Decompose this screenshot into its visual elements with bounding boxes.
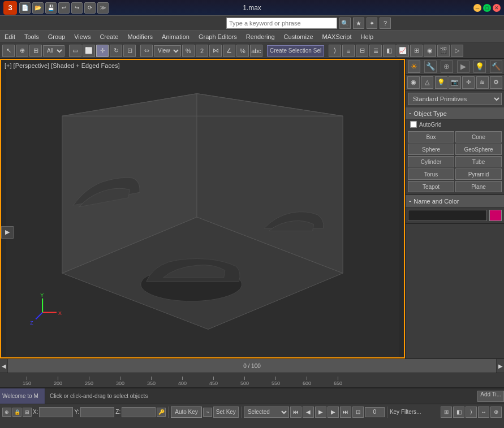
viewport-play-button[interactable]: ▶ [1,226,14,239]
angle-icon[interactable]: ∠ [223,45,235,57]
autogrid-checkbox[interactable] [410,121,417,128]
scale-icon[interactable]: ⊡ [123,45,136,57]
create-selection-button[interactable]: Create Selection Sel [267,45,324,57]
diamond-icon[interactable]: ✦ [367,18,378,29]
minimize-button[interactable]: ─ [473,4,481,12]
autokey-button[interactable]: Auto Key [171,407,202,418]
mirror-icon[interactable]: ⇔ [140,45,153,57]
panel-cameras-icon[interactable]: 📷 [449,76,461,89]
next-frame-button[interactable]: ▶ [328,407,339,418]
viewport-area[interactable]: [+] [Perspective] [Shaded + Edged Faces]… [0,59,405,358]
panel-hierarchy-icon[interactable]: ⊕ [441,60,453,73]
view-dropdown[interactable]: View [154,45,181,57]
material-icon[interactable]: ◉ [424,45,436,57]
object-type-header[interactable]: - Object Type [406,107,504,120]
pyramid-button[interactable]: Pyramid [455,168,502,180]
align-icon[interactable]: ≣ [369,45,382,57]
panel-motion-icon[interactable]: ▶ [457,60,469,73]
z-input[interactable] [122,407,156,417]
name-color-header[interactable]: - Name and Color [406,195,504,207]
move-icon[interactable]: ✛ [96,45,109,57]
go-start-button[interactable]: ⏮ [290,407,301,418]
rotate-icon[interactable]: ↻ [110,45,122,57]
menu-graph-editors[interactable]: Graph Editors [194,31,242,42]
menu-group[interactable]: Group [44,31,70,42]
cone-button[interactable]: Cone [455,131,502,142]
extra-nav-1[interactable]: ⊞ [441,407,452,418]
tube-button[interactable]: Tube [455,156,502,167]
add-tag-button[interactable]: Add Ti... [477,391,504,402]
x-input[interactable] [39,407,73,417]
menu-views[interactable]: Views [70,31,95,42]
color-swatch[interactable] [489,210,502,221]
redo-icon[interactable]: ↪ [71,2,83,14]
box-button[interactable]: Box [408,131,454,142]
teapot-button[interactable]: Teapot [408,181,454,192]
sphere-button[interactable]: Sphere [408,144,454,155]
menu-tools[interactable]: Tools [20,31,44,42]
keyframe-icon[interactable]: ~ [203,408,212,417]
menu-modifiers[interactable]: Modifiers [123,31,157,42]
timeline-track[interactable]: 0 / 100 [8,359,496,373]
panel-modify-icon[interactable]: 🔧 [424,60,437,73]
mirror2-icon[interactable]: ⊟ [356,45,368,57]
frame-mode-button[interactable]: ⊡ [352,407,364,418]
open-file-icon[interactable]: 📂 [32,2,44,14]
setkey-button[interactable]: Set Key [213,407,239,418]
menu-animation[interactable]: Animation [157,31,194,42]
layer-icon[interactable]: ◧ [383,45,395,57]
play-button[interactable]: ▶ [315,407,326,418]
coord-icon[interactable]: ⊕ [2,408,11,417]
geosphere-button[interactable]: GeoSphere [455,144,502,155]
object-name-input[interactable] [408,210,487,221]
percent-icon[interactable]: % [182,45,195,57]
help-icon[interactable]: ? [380,18,391,29]
menu-help[interactable]: Help [356,31,378,42]
extra-nav-3[interactable]: ⟩ [466,407,477,418]
menu-maxscript[interactable]: MAXScript [318,31,356,42]
new-file-icon[interactable]: 📄 [19,2,31,14]
render-icon[interactable]: ▷ [451,45,463,57]
save-file-icon[interactable]: 💾 [45,2,57,14]
prev-frame-button[interactable]: ◀ [303,407,314,418]
render-setup-icon[interactable]: 🎬 [437,45,450,57]
y-input[interactable] [80,407,114,417]
snap-icon[interactable]: ⊞ [29,45,42,57]
timeline-next-button[interactable]: ▶ [496,359,504,373]
search-input[interactable] [226,18,337,29]
primitive-type-dropdown[interactable]: Standard Primitives [408,93,502,105]
panel-helpers-icon[interactable]: ✛ [462,76,475,89]
abc-icon[interactable]: abc [250,45,262,57]
named-sel-icon[interactable]: ≡ [342,45,355,57]
frame-input[interactable]: 0 [365,407,385,417]
grid-icon[interactable]: ⊞ [23,408,32,417]
lock-transform-icon[interactable]: 🔑 [157,408,166,417]
select-icon[interactable]: ↖ [2,45,15,57]
history-icon[interactable]: ⟳ [84,2,96,14]
num2-icon[interactable]: 2 [196,45,208,57]
panel-systems-icon[interactable]: ⚙ [490,76,502,89]
panel-geometry-icon[interactable]: ◉ [407,76,420,89]
plane-button[interactable]: Plane [455,181,502,192]
pct-snap-icon[interactable]: % [236,45,249,57]
timeline-prev-button[interactable]: ◀ [0,359,8,373]
panel-display2-icon[interactable]: 💡 [473,60,486,73]
lock-icon[interactable]: 🔒 [12,408,21,417]
torus-button[interactable]: Torus [408,168,454,180]
extra-tools-icon[interactable]: ⟩ [329,45,341,57]
cylinder-button[interactable]: Cylinder [408,156,454,167]
panel-lights-icon[interactable]: 💡 [435,76,447,89]
window-select-icon[interactable]: ⬜ [83,45,95,57]
menu-customize[interactable]: Customize [279,31,318,42]
curve-editor-icon[interactable]: 📈 [397,45,409,57]
undo-icon[interactable]: ↩ [58,2,70,14]
star-icon[interactable]: ★ [353,18,364,29]
schematic-icon[interactable]: ⊞ [410,45,423,57]
menu-create[interactable]: Create [95,31,123,42]
panel-display-icon[interactable]: ☀ [408,60,420,73]
menu-edit[interactable]: Edit [0,31,20,42]
all-filter-dropdown[interactable]: All [43,45,64,57]
panel-utilities-icon[interactable]: 🔨 [490,60,502,73]
extra-nav-2[interactable]: ◧ [453,407,464,418]
maximize-button[interactable]: □ [483,4,491,12]
